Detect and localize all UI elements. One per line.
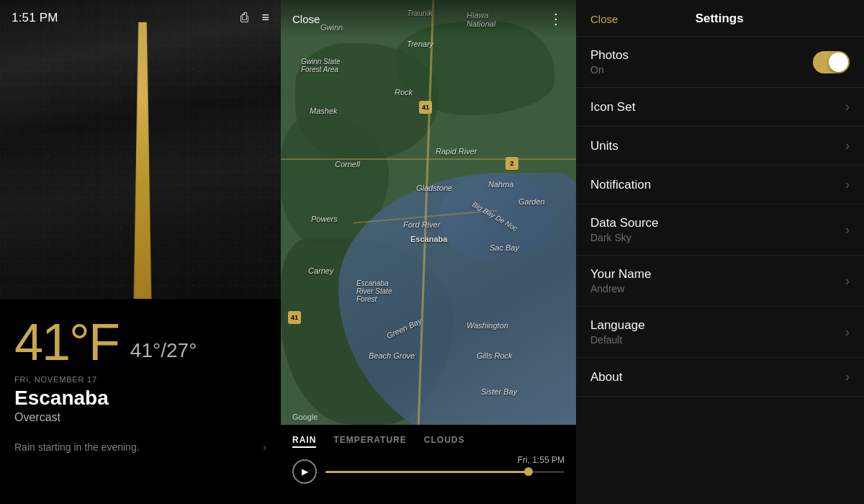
map-label-gills-rock: Gills Rock [477,351,513,360]
status-bar: 1:51 PM ⎙ ≡ [0,10,281,25]
timeline-bar[interactable]: Fri, 1:55 PM [325,471,564,473]
chevron-units: › [845,138,850,153]
settings-item-your-name-content: Your Name Andrew [590,267,845,294]
settings-label-language: Language [590,318,845,333]
settings-item-photos[interactable]: Photos On [576,37,864,88]
settings-item-language[interactable]: Language Default › [576,307,864,358]
highway-2-badge: 2 [505,157,518,170]
weather-panel: 1:51 PM ⎙ ≡ 41°F 41°/27° FRI, NOVEMBER 1… [0,0,281,504]
google-badge: Google [292,413,318,421]
tab-temperature[interactable]: TEMPERATURE [333,435,406,448]
menu-icon[interactable]: ≡ [261,10,269,25]
settings-item-data-source[interactable]: Data Source Dark Sky › [576,204,864,256]
main-temperature: 41°F [14,316,119,368]
map-terrain[interactable]: 41 2 41 Gwinn Traunik HiawaNational Tren… [281,0,576,425]
map-top-bar: Close ⋮ [281,0,576,37]
highway-41-badge-2: 41 [288,311,301,324]
settings-item-language-content: Language Default [590,318,845,346]
chevron-notification: › [845,177,850,192]
map-panel: 41 2 41 Gwinn Traunik HiawaNational Tren… [281,0,576,504]
top-icons: ⎙ ≡ [240,10,269,25]
tab-clouds[interactable]: CLOUDS [424,435,465,448]
settings-item-units-content: Units [590,139,845,153]
settings-value-language: Default [590,334,845,346]
map-label-trenary: Trenary [407,40,433,48]
settings-item-photos-content: Photos On [590,48,813,76]
settings-label-icon-set: Icon Set [590,100,845,114]
weather-photo: 1:51 PM ⎙ ≡ [0,0,281,299]
forecast-description: Rain starting in the evening. [14,441,140,453]
map-label-ford-river: Ford River [403,220,440,229]
temp-high: 41° [130,339,161,361]
timeline-label: Fri, 1:55 PM [518,455,564,465]
map-label-escanaba-forest: EscanabaRiver StateForest [356,279,392,303]
map-label-gladstone: Gladstone [416,184,452,192]
settings-item-notification[interactable]: Notification › [576,166,864,204]
map-label-escanaba: Escanaba [410,235,447,243]
map-more-button[interactable]: ⋮ [549,10,564,27]
settings-title: Settings [696,12,744,26]
settings-item-about-content: About [590,370,845,384]
map-label-gwinn-forest: Gwinn StateForest Area [301,58,340,73]
timeline-track [325,471,564,473]
settings-panel: Close Settings Photos On Icon Set › Unit… [576,0,864,504]
city-name: Escanaba [14,387,266,410]
timeline-fill [325,471,528,473]
map-bottom-bar: RAIN TEMPERATURE CLOUDS ▶ Fri, 1:55 PM [281,425,576,504]
weather-condition: Overcast [14,411,266,424]
road-texture [0,0,281,299]
forecast-text: Rain starting in the evening. › [14,441,266,453]
map-label-cornell: Cornell [335,160,360,168]
settings-header: Close Settings [576,0,864,37]
chevron-language: › [845,325,850,340]
settings-value-your-name: Andrew [590,283,845,294]
settings-value-data-source: Dark Sky [590,232,845,243]
date-label: FRI, NOVEMBER 17 [14,375,266,384]
settings-label-units: Units [590,139,845,153]
chevron-your-name: › [845,274,850,289]
map-label-mashek: Mashek [310,107,338,115]
settings-label-notification: Notification [590,178,845,192]
weather-info: 41°F 41°/27° FRI, NOVEMBER 17 Escanaba O… [0,299,281,453]
map-label-washington: Washington [467,321,508,330]
map-label-rock: Rock [395,88,413,96]
settings-label-data-source: Data Source [590,216,845,230]
temperature-row: 41°F 41°/27° [14,316,266,368]
map-label-sister-bay: Sister Bay [481,387,517,396]
toggle-knob [829,53,848,72]
temp-range: 41°/27° [130,339,197,362]
photos-toggle[interactable] [813,51,850,73]
timeline-row: ▶ Fri, 1:55 PM [281,455,576,488]
map-close-button[interactable]: Close [292,13,320,25]
settings-item-your-name[interactable]: Your Name Andrew › [576,256,864,307]
settings-label-about: About [590,370,845,384]
map-label-sac-bay: Sac Bay [490,243,519,252]
settings-item-about[interactable]: About › [576,358,864,397]
map-label-beach-grove: Beach Grove [369,351,415,360]
settings-item-data-source-content: Data Source Dark Sky [590,216,845,243]
settings-close-button[interactable]: Close [590,13,618,25]
map-label-carney: Carney [308,266,333,275]
chevron-data-source: › [845,222,850,238]
play-button[interactable]: ▶ [292,459,317,484]
settings-item-notification-content: Notification [590,178,845,192]
chevron-right-icon[interactable]: › [263,441,266,453]
settings-item-icon-set[interactable]: Icon Set › [576,88,864,127]
highway-41-badge: 41 [419,101,432,114]
current-time: 1:51 PM [12,11,58,25]
tab-rain[interactable]: RAIN [292,435,316,448]
map-label-garden: Garden [518,197,545,206]
road-background [0,0,281,299]
map-label-rapid-river: Rapid River [436,147,477,156]
settings-label-photos: Photos [590,48,813,63]
play-icon: ▶ [302,467,308,477]
settings-item-icon-set-content: Icon Set [590,100,845,114]
settings-item-units[interactable]: Units › [576,127,864,166]
map-label-nahma: Nahma [488,180,513,189]
timeline-scrubber[interactable] [524,467,533,476]
map-tabs: RAIN TEMPERATURE CLOUDS [281,425,576,455]
share-icon[interactable]: ⎙ [240,10,248,25]
highway-2-horizontal [281,158,576,160]
temp-low: 27° [166,339,197,361]
chevron-icon-set: › [845,99,850,114]
